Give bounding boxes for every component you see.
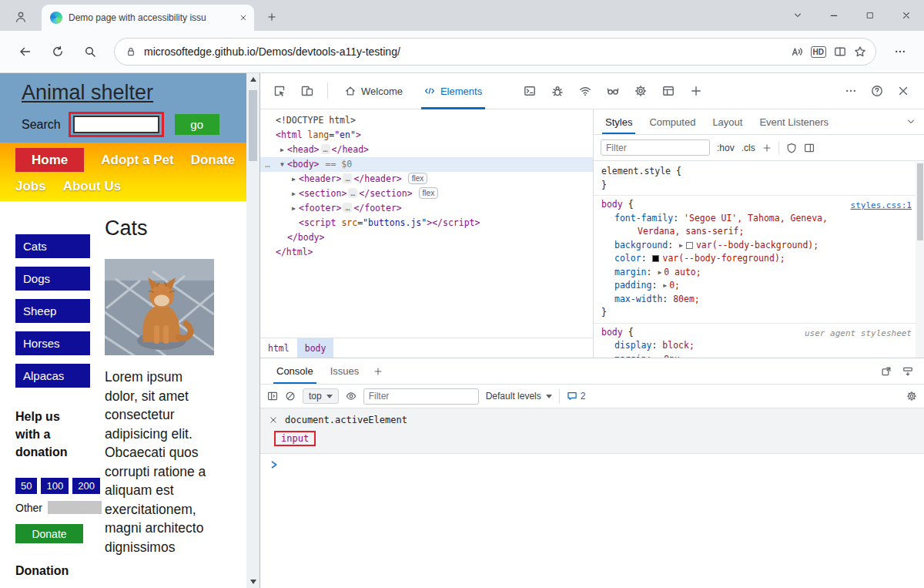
styles-tab-layout[interactable]: Layout (704, 109, 751, 134)
expand-arrow-icon[interactable]: ▶ (289, 186, 299, 201)
rule-selector[interactable]: body (601, 199, 623, 210)
search-button[interactable] (75, 39, 105, 65)
refresh-button[interactable] (43, 39, 72, 65)
scrollbar-thumb[interactable] (917, 163, 923, 240)
css-property[interactable]: display: block; (601, 339, 906, 353)
styles-sidebar-toggle[interactable] (901, 117, 921, 126)
scrollbar-thumb[interactable] (249, 90, 257, 161)
page-nav-adopt-a-pet[interactable]: Adopt a Pet (101, 148, 173, 172)
node-menu-icon[interactable]: … (265, 157, 270, 172)
tree-row[interactable]: </html> (260, 245, 593, 260)
category-button-alpacas[interactable]: Alpacas (15, 364, 90, 388)
browser-menu-button[interactable] (886, 39, 915, 65)
devtools-help-button[interactable] (864, 79, 890, 102)
devtools-menu-button[interactable] (838, 79, 864, 102)
tree-row[interactable]: <html lang="en"> (260, 128, 593, 143)
expand-arrow-icon[interactable]: ▼ (277, 157, 287, 172)
vision-deficiencies-button[interactable] (600, 79, 626, 102)
expand-arrow-icon[interactable]: ▶ (289, 201, 299, 216)
new-tab-button[interactable] (260, 5, 283, 29)
page-nav-jobs[interactable]: Jobs (15, 174, 46, 198)
page-nav-home[interactable]: Home (15, 148, 84, 172)
flex-badge[interactable]: flex (408, 173, 428, 184)
close-devtools-button[interactable] (890, 79, 916, 102)
console-result-highlight-annotation[interactable]: input (274, 431, 316, 446)
add-panel-button[interactable] (683, 79, 709, 102)
tree-row[interactable]: </body> (260, 230, 593, 245)
expand-panel-icon[interactable] (902, 366, 913, 377)
rule-selector[interactable]: body (601, 327, 623, 338)
category-button-horses[interactable]: Horses (15, 331, 90, 355)
tree-row[interactable]: ▶<header>…</header>flex (260, 172, 593, 186)
back-button[interactable] (11, 39, 40, 65)
tree-row[interactable]: …▼<body>== $0 (260, 157, 593, 172)
css-property[interactable]: font-family: 'Segoe UI', Tahoma, Geneva,… (601, 212, 906, 239)
hd-badge[interactable]: HD (811, 46, 826, 58)
element-classes-button[interactable]: .cls (742, 143, 755, 153)
category-button-cats[interactable]: Cats (15, 234, 90, 258)
console-tab-console[interactable]: Console (268, 358, 322, 384)
expand-arrow-icon[interactable]: ▶ (679, 239, 683, 253)
tree-row[interactable]: ▶<head>…</head> (260, 143, 593, 157)
minimize-button[interactable] (815, 0, 852, 31)
scroll-down-icon[interactable] (250, 580, 256, 584)
add-console-tab-button[interactable] (367, 367, 389, 376)
computed-sidebar-icon[interactable] (804, 143, 815, 153)
color-swatch-icon[interactable] (686, 242, 693, 249)
console-settings-gear-icon[interactable] (906, 391, 917, 402)
tree-row[interactable]: <script src="buttons.js"></script> (260, 216, 593, 230)
css-property[interactable]: margin: ▶8px; (601, 353, 906, 358)
amount-button-100[interactable]: 100 (41, 478, 69, 494)
tab-welcome[interactable]: Welcome (335, 73, 413, 109)
flex-badge[interactable]: flex (419, 187, 439, 199)
console-sidebar-icon[interactable] (267, 391, 278, 402)
styles-tab-event-listeners[interactable]: Event Listeners (751, 109, 837, 134)
log-levels-dropdown[interactable]: Default levels (486, 391, 552, 402)
new-style-rule-icon[interactable] (762, 143, 772, 153)
expand-arrow-icon[interactable]: ▶ (289, 172, 299, 186)
message-count-badge[interactable]: 2 (567, 391, 586, 402)
live-expression-eye-icon[interactable] (346, 391, 357, 402)
category-button-sheep[interactable]: Sheep (15, 299, 90, 323)
tab-search-chevron-button[interactable] (779, 0, 815, 31)
styles-tab-computed[interactable]: Computed (641, 109, 704, 134)
url-text[interactable]: microsoftedge.github.io/Demos/devtools-a… (144, 45, 783, 58)
styles-filter-input[interactable] (601, 139, 710, 156)
expand-arrow-icon[interactable]: ▶ (658, 353, 661, 358)
favorites-button[interactable] (854, 45, 866, 58)
console-prompt[interactable] (260, 454, 924, 472)
rule-selector[interactable]: element.style (601, 166, 671, 176)
browser-tab[interactable]: Demo page with accessibility issu (42, 5, 254, 31)
settings-tool-button[interactable] (628, 79, 654, 102)
css-property[interactable]: margin: ▶0 auto; (601, 266, 906, 280)
search-input[interactable] (73, 116, 159, 133)
css-property[interactable]: padding: ▶0; (601, 279, 906, 293)
breadcrumb-body[interactable]: body (297, 338, 334, 358)
tree-row[interactable]: ▶<footer>…</footer> (260, 201, 593, 216)
page-nav-about-us[interactable]: About Us (63, 174, 122, 198)
console-tool-button[interactable] (517, 79, 543, 102)
css-property[interactable]: background: ▶var(--body-background); (601, 239, 906, 253)
read-aloud-button[interactable] (791, 45, 803, 58)
go-button[interactable]: go (175, 114, 219, 135)
clear-console-icon[interactable] (285, 391, 296, 402)
console-filter-input[interactable] (363, 388, 479, 405)
console-entry-close-icon[interactable] (270, 416, 277, 424)
css-property[interactable]: color: var(--body-foreground); (601, 252, 906, 266)
console-tab-issues[interactable]: Issues (322, 358, 368, 384)
css-property[interactable]: max-width: 80em; (601, 293, 906, 307)
pop-out-icon[interactable] (881, 366, 892, 377)
category-button-dogs[interactable]: Dogs (15, 267, 90, 291)
tab-elements[interactable]: Elements (414, 73, 492, 109)
donate-button[interactable]: Donate (15, 524, 83, 543)
styles-tab-styles[interactable]: Styles (597, 109, 641, 134)
expand-arrow-icon[interactable]: ▶ (277, 143, 287, 157)
console-entry[interactable]: document.activeElement input (260, 408, 924, 454)
split-screen-button[interactable] (834, 45, 846, 58)
tab-close-icon[interactable] (239, 14, 247, 22)
amount-button-50[interactable]: 50 (15, 478, 37, 494)
expand-arrow-icon[interactable]: ▶ (663, 279, 667, 293)
expand-arrow-icon[interactable]: ▶ (658, 266, 661, 280)
breadcrumb-html[interactable]: html (260, 338, 297, 358)
tree-row[interactable]: <!DOCTYPE html> (260, 113, 593, 128)
